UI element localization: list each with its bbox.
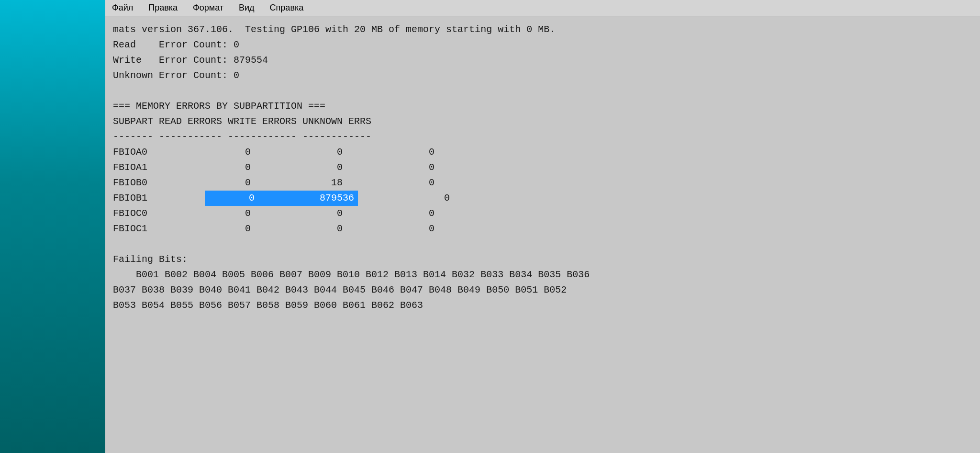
content-area: mats version 367.106. Testing GP106 with… [105, 16, 980, 453]
highlight-write: 879536 [258, 191, 358, 206]
line-unknown-error: Unknown Error Count: 0 [113, 68, 972, 83]
line-failing-bits-1: B001 B002 B004 B005 B006 B007 B009 B010 … [113, 267, 972, 283]
highlight-read: 0 [205, 191, 258, 206]
line-failing-bits-label: Failing Bits: [113, 252, 972, 267]
line-memory-errors-header: === MEMORY ERRORS BY SUBPARTITION === [113, 99, 972, 114]
menu-bar: Файл Правка Формат Вид Справка [105, 0, 980, 16]
memory-table: FBIOA0 0 0 0FBIOA1 0 0 0FBIOB0 0 18 0FBI… [113, 145, 972, 237]
line-read-error: Read Error Count: 0 [113, 37, 972, 53]
table-row: FBIOB0 0 18 0 [113, 175, 972, 191]
table-row: FBIOC1 0 0 0 [113, 221, 972, 237]
line-blank [113, 83, 972, 99]
line-failing-bits-3: B053 B054 B055 B056 B057 B058 B059 B060 … [113, 298, 972, 313]
notepad-window: Файл Правка Формат Вид Справка mats vers… [105, 0, 980, 453]
menu-format[interactable]: Формат [190, 2, 226, 14]
menu-view[interactable]: Вид [236, 2, 257, 14]
menu-file[interactable]: Файл [109, 2, 136, 14]
line-table-header: SUBPART READ ERRORS WRITE ERRORS UNKNOWN… [113, 114, 972, 129]
table-row: FBIOB1 0 879536 0 [113, 191, 972, 206]
line-blank2 [113, 237, 972, 252]
line-separator: ------- ----------- ------------ -------… [113, 129, 972, 145]
table-row: FBIOA0 0 0 0 [113, 145, 972, 160]
line-mats-version: mats version 367.106. Testing GP106 with… [113, 22, 972, 37]
left-panel [0, 0, 105, 453]
menu-edit[interactable]: Правка [145, 2, 180, 14]
screen: Файл Правка Формат Вид Справка mats vers… [0, 0, 980, 453]
menu-help[interactable]: Справка [267, 2, 307, 14]
line-failing-bits-2: B037 B038 B039 B040 B041 B042 B043 B044 … [113, 283, 972, 298]
table-row: FBIOA1 0 0 0 [113, 160, 972, 175]
table-row: FBIOC0 0 0 0 [113, 206, 972, 221]
line-write-error: Write Error Count: 879554 [113, 53, 972, 68]
